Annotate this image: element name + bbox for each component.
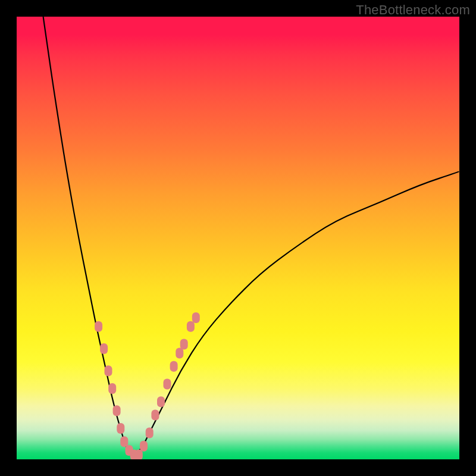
data-marker	[100, 343, 108, 354]
curve-layer	[43, 17, 459, 454]
data-marker	[170, 361, 178, 372]
data-marker	[151, 410, 159, 421]
data-marker	[157, 396, 165, 407]
data-marker	[140, 441, 148, 452]
watermark-text: TheBottleneck.com	[356, 2, 470, 18]
data-marker	[105, 365, 112, 376]
data-marker	[108, 383, 116, 394]
plot-area	[17, 17, 459, 459]
data-marker	[95, 321, 102, 332]
bottleneck-curve	[43, 17, 459, 454]
data-marker	[120, 436, 128, 447]
data-marker	[180, 339, 188, 350]
data-marker	[117, 423, 124, 434]
data-marker	[135, 450, 143, 459]
data-marker	[164, 379, 171, 390]
chart-frame: TheBottleneck.com	[0, 0, 476, 476]
data-marker	[113, 405, 121, 416]
chart-svg	[17, 17, 459, 459]
data-marker	[192, 312, 200, 323]
data-marker	[146, 427, 154, 438]
data-marker	[187, 321, 195, 332]
marker-layer	[95, 312, 200, 459]
